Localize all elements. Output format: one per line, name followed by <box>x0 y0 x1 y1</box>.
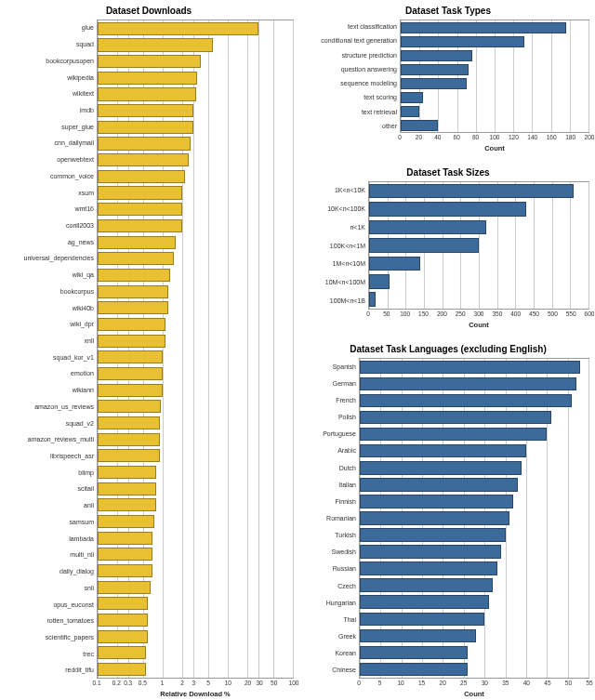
y-tick-label: Czech <box>307 577 359 594</box>
bars <box>369 182 588 309</box>
bar <box>401 50 472 61</box>
y-tick-label: samsum <box>4 514 97 531</box>
bar-row <box>98 250 293 267</box>
x-tick: 60 <box>454 134 460 140</box>
bar-row <box>360 426 588 442</box>
y-tick-label: opus_euconst <box>4 596 97 613</box>
bar <box>98 548 152 561</box>
y-tick-label: xnli <box>4 333 97 350</box>
bar <box>360 528 506 541</box>
bar <box>98 367 163 380</box>
y-tick-label: wikitext <box>4 86 97 102</box>
x-axis-label: Count <box>400 144 589 152</box>
gridline <box>588 182 589 309</box>
bar-row <box>98 562 293 579</box>
bar <box>98 186 182 199</box>
y-tick-label: cnn_dailymail <box>4 135 97 152</box>
y-tick-label: rotten_tomatoes <box>4 613 97 629</box>
bar-row <box>98 628 293 645</box>
bar <box>98 663 146 676</box>
x-tick: 450 <box>529 310 539 317</box>
y-tick-label: 10K<n<100K <box>307 200 368 218</box>
bar <box>98 646 146 659</box>
y-tick-label: scientific_papers <box>4 629 97 646</box>
x-tick: 600 <box>585 310 595 317</box>
y-tick-label: German <box>307 375 359 391</box>
y-tick-label: Greek <box>307 628 359 645</box>
bar <box>98 335 165 348</box>
y-tick-label: 1M<n<10M <box>307 255 368 273</box>
bar-row <box>98 86 293 103</box>
y-tick-label: wmt16 <box>4 201 97 218</box>
bar <box>98 170 185 183</box>
bar <box>369 292 376 307</box>
y-tick-label: structure prediction <box>307 48 400 62</box>
x-tick: 15 <box>418 680 425 686</box>
bar <box>98 482 156 495</box>
bar <box>98 22 258 35</box>
bar <box>360 545 501 558</box>
y-tick-label: openwebtext <box>4 152 97 168</box>
x-tick: 200 <box>437 310 447 317</box>
bar-row <box>360 442 588 459</box>
bar <box>360 646 468 659</box>
y-tick-label: Finnish <box>307 493 359 509</box>
bar-row <box>98 431 293 448</box>
bar <box>98 137 191 150</box>
bar-row <box>98 37 293 54</box>
x-tick: 45 <box>544 680 550 686</box>
bar <box>98 72 197 85</box>
bars <box>98 20 293 678</box>
y-tick-label: 1K<n<10K <box>307 181 368 200</box>
y-tick-label: librispeech_asr <box>4 448 97 465</box>
bar-row <box>360 661 588 678</box>
bar-row <box>98 547 293 563</box>
x-tick: 50 <box>383 310 390 317</box>
x-tick: 500 <box>548 310 558 317</box>
bar-row <box>98 234 293 251</box>
bar-row <box>401 20 588 34</box>
bar <box>369 220 486 235</box>
bar-row <box>98 447 293 464</box>
bar-row <box>98 201 293 218</box>
bar <box>98 252 174 265</box>
y-tick-label: anli <box>4 497 97 514</box>
x-tick: 0.5 <box>139 680 147 686</box>
bar <box>369 184 574 199</box>
bar-row <box>360 561 588 577</box>
bar <box>401 36 524 47</box>
x-axis-label: Count <box>368 321 589 329</box>
bar <box>98 614 148 627</box>
bar <box>360 377 576 390</box>
y-tick-label: wiki_dpr <box>4 316 97 333</box>
bar <box>369 238 479 253</box>
x-tick: 350 <box>492 310 502 317</box>
y-axis-labels: 1K<n<10K10K<n<100Kn<1K100K<n<1M1M<n<10M1… <box>307 181 368 310</box>
y-tick-label: 100K<n<1M <box>307 236 368 255</box>
bar-row <box>98 365 293 382</box>
y-tick-label: glue <box>4 20 97 36</box>
bar-row <box>98 596 293 613</box>
bar <box>98 87 196 100</box>
bar <box>360 578 493 591</box>
bar <box>98 38 213 51</box>
x-tick: 2 <box>180 680 184 686</box>
x-tick: 40 <box>523 680 530 686</box>
x-tick: 0.2 <box>112 680 121 686</box>
bar-row <box>401 62 588 76</box>
bar-row <box>98 136 293 152</box>
x-tick: 55 <box>586 680 592 686</box>
bar-row <box>98 382 293 399</box>
y-tick-label: daily_dialog <box>4 563 97 580</box>
bar <box>98 630 148 643</box>
x-axis: 0.10.20.30.5123510203050100 <box>97 679 294 688</box>
x-tick: 400 <box>510 310 521 317</box>
bar <box>369 257 420 271</box>
x-axis: 020406080100120140160180200 <box>400 133 589 142</box>
bar-row <box>401 76 588 90</box>
x-axis: 0510152025303540455055 <box>359 679 589 688</box>
y-tick-label: super_glue <box>4 118 97 135</box>
x-tick: 180 <box>565 134 575 140</box>
bar <box>98 498 156 511</box>
chart-title: Dataset Task Types <box>307 6 589 16</box>
